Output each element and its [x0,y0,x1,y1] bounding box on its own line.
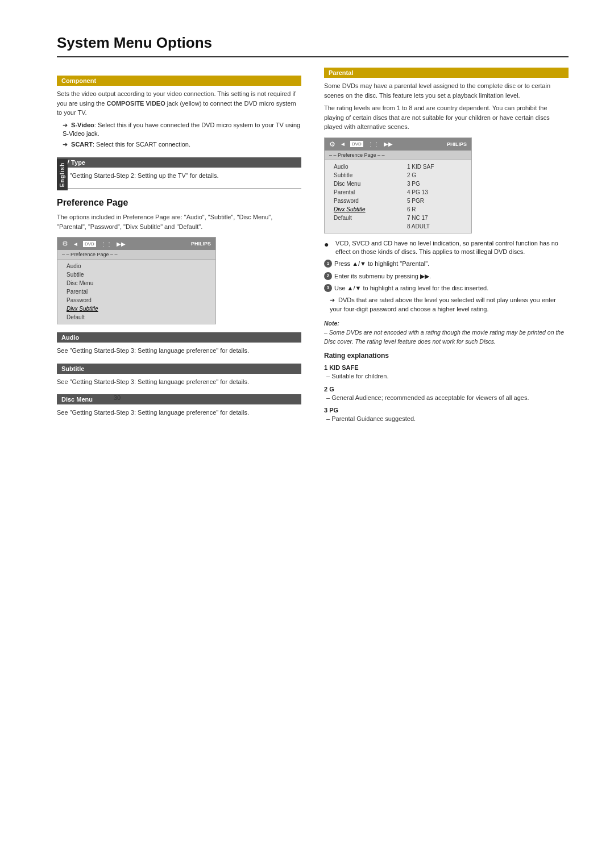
parental-item-divxsub: Divx Subtitle [325,205,398,214]
rating-2-desc: – General Audience; recommended as accep… [326,394,569,402]
language-tab: English [57,159,68,190]
parental-header: Parental [324,68,569,78]
parental-item-parental: Parental [325,188,398,197]
vcd-bullet-text: VCD, SVCD and CD have no level indicatio… [335,239,569,257]
step-3: 3 Use ▲/▼ to highlight a rating level fo… [324,284,569,293]
tvtype-header: TV Type [57,157,301,168]
parental-item-discmenu: Disc Menu [325,180,398,188]
audio-body: See "Getting Started-Step 3: Setting lan… [57,346,301,356]
preference-page-title: Preference Page [57,198,301,208]
menu-item-discmenu: Disc Menu [57,279,215,287]
parental-menu-nav: – – Preference Page – – [325,151,471,160]
menu-item-divxsubtitle: Divx Subtitle [57,304,215,313]
divider [57,188,301,189]
parental-menu-header: ⚙ ◄ DVD ⋮⋮ ▶▶ PHILIPS [325,138,471,151]
rating-7: 7 NC 17 [398,214,471,222]
arrow-icon: ➜ [63,141,68,148]
philips-logo-right: PHILIPS [447,141,467,147]
parental-item-default: Default [325,214,398,222]
svideo-item: ➜ S-Video: Select this if you have conne… [63,121,301,139]
preference-menu-mockup: ⚙ ◄ DVD ⋮⋮ ▶▶ PHILIPS – – Preference Pag… [57,237,216,324]
step-2-text: Enter its submenu by pressing ▶▶. [334,272,431,281]
audio-icon: ◄ [73,241,78,247]
parental-item-audio: Audio [325,162,398,171]
arrow-icon-right: ➜ [330,297,335,303]
rating-1-kid-safe-label: 1 KID SAFE [324,364,569,371]
menu-item-subtile: Subtile [57,270,215,279]
rating-3: 3 PG [398,180,471,188]
note-label: Note: [324,320,339,327]
bullet-icon: ● [324,239,333,257]
step-2: 2 Enter its submenu by pressing ▶▶. [324,272,569,281]
audio-icon: ◄ [340,141,346,147]
step-1: 1 Press ▲/▼ to highlight "Parental". [324,260,569,268]
dvd-icon: DVD [350,141,363,147]
step-1-text: Press ▲/▼ to highlight "Parental". [334,260,429,268]
discmenu-header: Disc Menu [57,394,301,404]
note-text: – Some DVDs are not encoded with a ratin… [324,329,564,345]
menu-item-default: Default [57,313,215,322]
menu-header-bar: ⚙ ◄ DVD ⋮⋮ ▶▶ PHILIPS [57,237,215,250]
rating-1: 1 KID SAF [398,162,471,171]
forward-icon: ▶▶ [117,241,126,247]
rating-2: 2 G [398,171,471,180]
page-title: System Menu Options [57,34,569,57]
menu-item-audio: Audio [57,262,215,270]
dvd-icon: DVD [83,241,96,247]
vcd-bullet-item: ● VCD, SVCD and CD have no level indicat… [324,239,569,257]
scart-item: ➜ SCART: Select this for SCART connectio… [63,140,301,149]
parental-body1: Some DVDs may have a parental level assi… [324,81,569,100]
gear-icon: ⚙ [62,240,68,248]
philips-logo: PHILIPS [191,241,211,247]
rating-1-desc: – Suitable for children. [326,372,569,381]
menu-item-password: Password [57,296,215,304]
rating-6: 6 R [398,205,471,214]
component-body: Sets the video output according to your … [57,89,301,118]
rating-2g-label: 2 G [324,386,569,393]
dvd-rating-text: DVDs that are rated above the level you … [330,297,556,312]
rating-3-desc: – Parental Guidance suggested. [326,415,569,423]
grid-icon: ⋮⋮ [101,241,112,247]
rating-3pg-label: 3 PG [324,407,569,414]
parental-item-password: Password [325,197,398,205]
arrow-icon: ➜ [63,122,68,128]
gear-icon: ⚙ [329,140,335,148]
note-block: Note: – Some DVDs are not encoded with a… [324,319,569,346]
parental-item-subtitle: Subtitle [325,171,398,180]
menu-items-list: Audio Subtile Disc Menu Parental Passwor… [57,260,215,324]
component-header: Component [57,76,301,86]
right-column: Parental Some DVDs may have a parental l… [324,68,569,424]
parental-menu-right: 1 KID SAF 2 G 3 PG 4 PG 13 5 PGR 6 R 7 N… [398,160,471,233]
preference-page-body: The options included in Preference Page … [57,212,301,231]
menu-item-parental: Parental [57,287,215,296]
tvtype-body: See "Getting Started-Step 2: Setting up … [57,171,301,181]
step-3-text: Use ▲/▼ to highlight a rating level for … [334,284,488,293]
audio-header: Audio [57,332,301,343]
rating-8: 8 ADULT [398,222,471,231]
rating-4: 4 PG 13 [398,188,471,197]
parental-menu-left: Audio Subtitle Disc Menu Parental Passwo… [325,160,398,233]
forward-icon: ▶▶ [384,141,393,147]
page-number: 30 [114,394,121,401]
rating-explanations-title: Rating explanations [324,352,569,360]
rating-5: 5 PGR [398,197,471,205]
menu-nav-label: – – Preference Page – – [57,250,215,260]
step-1-num: 1 [324,260,332,268]
discmenu-body: See "Getting Started-Step 3: Setting lan… [57,408,301,418]
parental-menu-mockup: ⚙ ◄ DVD ⋮⋮ ▶▶ PHILIPS – – Preference Pag… [324,137,472,233]
subtitle-header: Subtitle [57,364,301,374]
step-2-num: 2 [324,272,332,280]
dvd-rating-arrow: ➜ DVDs that are rated above the level yo… [330,296,569,314]
subtitle-body: See "Getting Started-Step 3: Setting lan… [57,377,301,387]
grid-icon: ⋮⋮ [368,141,379,147]
step-3-num: 3 [324,284,332,292]
left-column: Component Sets the video output accordin… [57,68,301,424]
parental-body2: The rating levels are from 1 to 8 and ar… [324,103,569,132]
parental-menu-body: Audio Subtitle Disc Menu Parental Passwo… [325,160,471,233]
